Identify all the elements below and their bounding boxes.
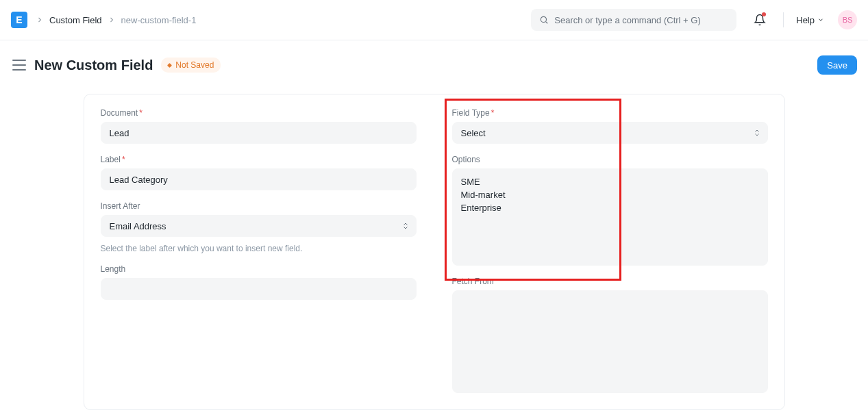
field-document: Document* bbox=[101, 108, 417, 144]
help-menu[interactable]: Help bbox=[796, 15, 824, 25]
label-input[interactable] bbox=[101, 168, 417, 190]
document-label: Document* bbox=[101, 108, 417, 118]
svg-point-0 bbox=[541, 16, 547, 22]
search-icon bbox=[539, 15, 549, 25]
field-label: Label* bbox=[101, 155, 417, 190]
help-label: Help bbox=[796, 15, 815, 25]
field-fetch-from: Fetch From bbox=[452, 277, 768, 393]
fetch-from-label: Fetch From bbox=[452, 277, 768, 286]
chevron-right-icon bbox=[108, 16, 116, 24]
form-right-column: Field Type* Options Fetch From bbox=[452, 108, 768, 393]
length-label: Length bbox=[101, 264, 417, 274]
save-button[interactable]: Save bbox=[817, 55, 857, 75]
breadcrumb-current: new-custom-field-1 bbox=[121, 15, 197, 25]
field-field-type: Field Type* bbox=[452, 108, 768, 144]
options-textarea[interactable] bbox=[452, 168, 768, 266]
chevron-down-icon bbox=[817, 16, 824, 23]
field-length: Length bbox=[101, 264, 417, 300]
menu-toggle-icon[interactable] bbox=[12, 60, 26, 71]
fetch-from-textarea[interactable] bbox=[452, 290, 768, 393]
insert-after-label: Insert After bbox=[101, 201, 417, 211]
status-dot-icon bbox=[167, 62, 172, 67]
global-search[interactable] bbox=[531, 9, 736, 31]
insert-after-select[interactable] bbox=[101, 215, 417, 237]
field-insert-after: Insert After Select the label after whic… bbox=[101, 201, 417, 253]
breadcrumb-parent[interactable]: Custom Field bbox=[49, 15, 102, 25]
app-logo[interactable]: E bbox=[11, 12, 27, 28]
notifications-button[interactable] bbox=[753, 13, 767, 27]
status-text: Not Saved bbox=[175, 60, 214, 70]
document-input[interactable] bbox=[101, 122, 417, 144]
status-badge: Not Saved bbox=[161, 58, 221, 73]
search-input[interactable] bbox=[554, 15, 728, 25]
length-input[interactable] bbox=[101, 278, 417, 300]
form-card: Document* Label* Insert After bbox=[84, 94, 785, 410]
svg-line-1 bbox=[546, 22, 548, 24]
chevron-right-icon bbox=[36, 16, 44, 24]
divider bbox=[783, 12, 784, 27]
insert-after-help: Select the label after which you want to… bbox=[101, 244, 417, 253]
form-left-column: Document* Label* Insert After bbox=[101, 108, 417, 393]
field-type-select[interactable] bbox=[452, 122, 768, 144]
user-avatar[interactable]: BS bbox=[838, 10, 857, 29]
options-label: Options bbox=[452, 155, 768, 164]
field-type-label: Field Type* bbox=[452, 108, 768, 118]
field-options: Options bbox=[452, 155, 768, 266]
page-header: New Custom Field Not Saved Save bbox=[0, 40, 868, 83]
label-label: Label* bbox=[101, 155, 417, 164]
top-nav: E Custom Field new-custom-field-1 Help B… bbox=[0, 0, 868, 40]
page-title: New Custom Field bbox=[34, 58, 153, 73]
